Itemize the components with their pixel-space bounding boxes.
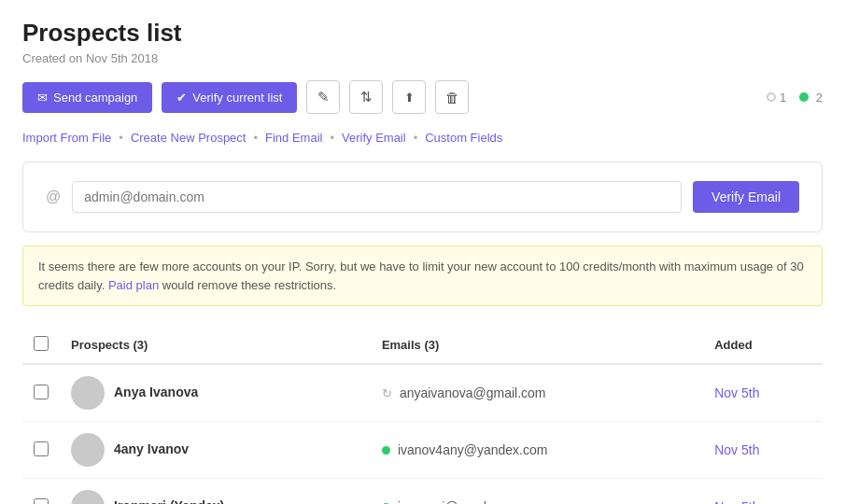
import-from-file-link[interactable]: Import From File [22,131,111,145]
row-checkbox[interactable] [34,498,49,505]
table-row: Anya Ivanova↻anyaivanova@gmail.comNov 5t… [22,364,823,422]
prospects-table: Prospects (3) Emails (3) Added Anya Ivan… [22,327,823,504]
email-address: ivanov4any@yandex.com [398,442,548,457]
email-cell: ivanov4any@yandex.com [371,422,703,479]
nav-sep-3: • [330,131,334,145]
added-date-cell: Nov 5th [703,422,823,479]
at-symbol: @ [46,189,61,205]
paid-plan-link[interactable]: Paid plan [108,278,159,292]
table-row: Ironmari (Yandex)ironmari@yandex.comNov … [22,479,823,505]
prospect-name-cell: Anya Ivanova [60,364,371,422]
prospect-name: 4any Ivanov [114,441,189,456]
status-counts: 1 2 [767,91,823,105]
select-all-checkbox[interactable] [34,336,49,351]
email-cell: ironmari@yandex.com [371,479,703,505]
email-status-dot [382,446,390,455]
check-icon: ✔ [176,91,187,105]
verify-list-button[interactable]: ✔ Verify current list [162,82,297,113]
row-checkbox-cell [22,422,60,479]
added-date: 5th [741,499,759,504]
col-added-label: Added [714,338,752,352]
col-header-prospects: Prospects (3) [60,327,371,364]
added-prefix: Nov [714,385,741,400]
page-title: Prospects list [22,19,823,48]
select-all-cell [22,327,60,364]
email-wrapper: ↻anyaivanova@gmail.com [382,385,692,400]
avatar [71,490,105,504]
status-green-icon [799,92,809,102]
added-prefix: Nov [714,442,741,457]
email-wrapper: ironmari@yandex.com [382,499,692,504]
row-checkbox-cell [22,479,60,505]
warning-box: It seems there are few more accounts on … [22,245,823,306]
added-date: 5th [741,385,759,400]
verify-email-input[interactable] [72,181,682,213]
table-header-row: Prospects (3) Emails (3) Added [22,327,823,364]
email-address: ironmari@yandex.com [398,499,528,504]
find-email-link[interactable]: Find Email [265,131,322,145]
send-campaign-label: Send campaign [53,91,137,105]
avatar [71,376,105,410]
upload-icon: ⬆ [404,91,415,105]
status-green-number: 2 [816,91,823,105]
filter-icon: ⇅ [360,89,373,105]
create-new-prospect-link[interactable]: Create New Prospect [131,131,246,145]
trash-button[interactable]: 🗑 [435,80,469,114]
verify-email-section: @ Verify Email [22,161,823,232]
added-date-cell: Nov 5th [703,364,823,422]
status-empty-number: 1 [780,91,786,105]
verify-list-label: Verify current list [192,91,282,105]
row-checkbox-cell [22,364,60,422]
edit-button[interactable]: ✎ [306,80,340,114]
verify-email-link[interactable]: Verify Email [342,131,406,145]
edit-icon: ✎ [317,89,330,105]
prospect-name: Anya Ivanova [114,385,198,399]
email-wrapper: ivanov4any@yandex.com [382,442,692,457]
nav-sep-4: • [414,131,418,145]
nav-sep-2: • [253,131,258,145]
status-empty-count: 1 [767,91,786,105]
row-checkbox[interactable] [34,385,49,399]
col-prospects-label: Prospects (3) [71,338,148,352]
col-emails-label: Emails (3) [382,338,439,352]
prospect-name: Ironmari (Yandex) [114,498,224,504]
trash-icon: 🗑 [445,90,459,105]
email-refresh-icon: ↻ [382,386,392,400]
col-header-emails: Emails (3) [371,327,703,364]
custom-fields-link[interactable]: Custom Fields [425,131,502,145]
envelope-icon: ✉ [37,91,48,105]
filter-button[interactable]: ⇅ [349,80,383,114]
upload-button[interactable]: ⬆ [392,80,426,114]
page-subtitle: Created on Nov 5th 2018 [22,51,823,65]
added-prefix: Nov [714,499,741,504]
warning-text2: would remove these restrictions. [159,278,336,292]
verify-email-button[interactable]: Verify Email [693,181,799,213]
added-date: 5th [741,442,759,457]
col-header-added: Added [703,327,823,364]
email-cell: ↻anyaivanova@gmail.com [371,364,703,422]
added-date-cell: Nov 5th [703,479,823,505]
table-row: 4any Ivanovivanov4any@yandex.comNov 5th [22,422,823,479]
status-green-count: 2 [799,91,823,105]
toolbar: ✉ Send campaign ✔ Verify current list ✎ … [22,80,823,114]
prospect-name-cell: Ironmari (Yandex) [60,479,371,505]
avatar [71,433,105,467]
prospect-name-cell: 4any Ivanov [60,422,371,479]
row-checkbox[interactable] [34,441,49,456]
send-campaign-button[interactable]: ✉ Send campaign [22,82,152,113]
nav-sep-1: • [119,131,123,145]
status-empty-icon [767,92,776,102]
email-address: anyaivanova@gmail.com [400,385,546,400]
nav-links: Import From File • Create New Prospect •… [22,131,823,145]
